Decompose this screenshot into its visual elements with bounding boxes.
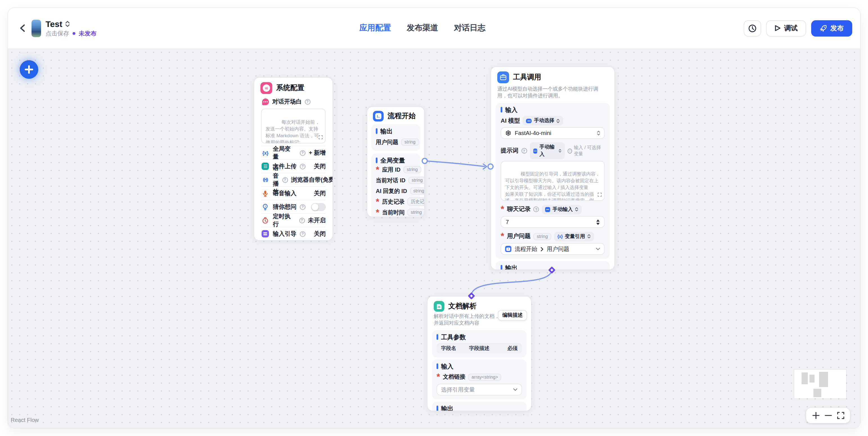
row-value: 关闭 bbox=[314, 189, 326, 197]
question-ref-select[interactable]: I 流程开始 用户问题 bbox=[501, 243, 605, 255]
save-hint[interactable]: 点击保存 bbox=[45, 30, 69, 37]
model-mode-selector[interactable]: 手动选择 bbox=[523, 116, 563, 126]
section-bar bbox=[437, 406, 438, 411]
expand-icon[interactable] bbox=[597, 192, 602, 199]
rename-chevrons-icon[interactable] bbox=[65, 21, 69, 27]
chevron-down-icon bbox=[596, 248, 600, 251]
history-mode-selector[interactable]: 手动输入 bbox=[542, 205, 582, 214]
microphone-icon bbox=[261, 189, 270, 197]
help-icon[interactable] bbox=[282, 177, 288, 183]
row-label: 猜你想问 bbox=[273, 203, 297, 211]
node-doc-parse[interactable]: 文档解析 解析对话中所有上传的文档，并返回对应文档内容 编辑描述 工具参数 字段… bbox=[427, 296, 532, 411]
help-icon[interactable] bbox=[305, 99, 310, 104]
history-number-input[interactable]: 7 bbox=[501, 216, 605, 228]
var-name: 当前时间 bbox=[382, 209, 404, 216]
minimap-node bbox=[802, 372, 808, 384]
row-label: 输入引导 bbox=[273, 230, 297, 238]
header-actions: 调试 发布 bbox=[744, 20, 852, 36]
question-mode-selector[interactable]: {x} 变量引用 bbox=[554, 232, 594, 241]
flow-start-mini-icon: I bbox=[505, 246, 512, 252]
flow-canvas[interactable]: Hi 系统配置 对话开场白 每次对话开始前，发送一个初始内容。支持标准 Mark… bbox=[8, 49, 860, 428]
debug-button[interactable]: 调试 bbox=[766, 20, 806, 36]
section-bar bbox=[501, 107, 502, 113]
node-flow-start[interactable]: I.. 流程开始 输出 用户问题 string 全局变量 *应用 IDstrin… bbox=[367, 106, 425, 217]
svg-text:?: ? bbox=[265, 205, 266, 208]
add-variable-button[interactable]: + 新增 bbox=[309, 149, 326, 157]
section-bar bbox=[437, 335, 438, 340]
suggested-questions-toggle[interactable] bbox=[311, 203, 326, 211]
help-icon[interactable] bbox=[299, 217, 305, 223]
ref-field-name: 用户问题 bbox=[547, 245, 569, 253]
prompt-mode-selector[interactable]: 手动输入 bbox=[530, 143, 565, 159]
ref-node-name: 流程开始 bbox=[515, 245, 537, 253]
help-icon[interactable] bbox=[300, 231, 306, 237]
minimap-node bbox=[819, 372, 828, 387]
publish-button[interactable]: 发布 bbox=[811, 20, 852, 36]
ai-model-label: AI 模型 bbox=[501, 117, 520, 125]
edit-description-button[interactable]: 编辑描述 bbox=[498, 310, 527, 321]
var-name: 当前对话 ID bbox=[376, 176, 406, 184]
workflow-editor: Test 点击保存 未发布 应用配置 发布渠道 对话日志 bbox=[0, 0, 868, 436]
col-required: 必须 bbox=[502, 345, 518, 352]
zoom-out-button[interactable] bbox=[825, 412, 832, 419]
required-mark: * bbox=[437, 372, 440, 382]
row-suggested-questions[interactable]: ? 猜你想问 bbox=[261, 200, 326, 213]
chevron-down-icon bbox=[513, 388, 518, 391]
opening-textarea[interactable]: 每次对话开始前，发送一个初始内容。支持标准 Markdown 语法，可使用的额外… bbox=[261, 108, 326, 144]
section-bar bbox=[376, 158, 377, 163]
help-icon[interactable] bbox=[300, 163, 306, 169]
required-mark: * bbox=[376, 164, 379, 175]
section-title: 输出 bbox=[505, 264, 518, 270]
row-voice-play[interactable]: ((•)) 语音播放 浏览器自带(免费) bbox=[261, 173, 326, 186]
number-stepper[interactable] bbox=[596, 219, 600, 225]
model-select[interactable]: FastAI-4o-mini bbox=[501, 127, 605, 139]
opening-placeholder: 每次对话开始前，发送一个初始内容。支持标准 Markdown 语法，可使用的额外… bbox=[266, 119, 320, 144]
type-badge: 历史记录 bbox=[407, 197, 425, 206]
voice-play-icon: ((•)) bbox=[261, 176, 270, 184]
expand-icon[interactable] bbox=[318, 134, 323, 141]
chevron-right-icon bbox=[540, 247, 544, 251]
minimap[interactable] bbox=[794, 370, 846, 398]
prompt-textarea[interactable]: 模型固定的引导词，通过调整该内容，可以引导模型聊天方向。该内容会被固定在上下文的… bbox=[501, 161, 605, 201]
model-value: FastAI-4o-mini bbox=[515, 130, 551, 136]
section-title: 输入 bbox=[505, 106, 518, 114]
node-title: 文档解析 bbox=[448, 302, 476, 311]
row-voice-input[interactable]: 语音输入 关闭 bbox=[261, 186, 326, 200]
help-icon[interactable] bbox=[300, 204, 306, 210]
fit-view-button[interactable] bbox=[837, 412, 844, 419]
node-tool-call[interactable]: 工具调用 通过AI模型自动选择一个或多个功能块进行调用，也可以对插件进行调用。 … bbox=[491, 66, 615, 270]
row-scheduled-run[interactable]: 定时执行 未开启 bbox=[261, 213, 326, 227]
row-value: 浏览器自带(免费) bbox=[291, 176, 333, 184]
edge-toolcall-to-docparse bbox=[471, 270, 552, 294]
row-global-vars[interactable]: {x} 全局变量 + 新增 bbox=[261, 146, 326, 159]
header-tabs: 应用配置 发布渠道 对话日志 bbox=[360, 8, 486, 49]
history-button[interactable] bbox=[744, 20, 761, 36]
section-title: 输出 bbox=[380, 127, 393, 135]
back-button[interactable] bbox=[17, 23, 27, 33]
file-upload-icon bbox=[261, 162, 270, 170]
row-input-guide[interactable]: 输入引导 关闭 bbox=[261, 227, 326, 240]
row-file-upload[interactable]: 文件上传 关闭 bbox=[261, 159, 326, 173]
add-node-button[interactable] bbox=[20, 60, 38, 79]
help-icon[interactable] bbox=[300, 150, 306, 156]
prompt-mode-label: 手动输入 bbox=[539, 144, 556, 158]
timer-icon bbox=[261, 216, 270, 224]
history-value: 7 bbox=[506, 219, 509, 225]
canvas-controls bbox=[806, 408, 850, 423]
variables-icon: {x} bbox=[261, 149, 270, 157]
tab-app-config[interactable]: 应用配置 bbox=[360, 23, 391, 33]
help-icon[interactable] bbox=[533, 207, 539, 212]
help-icon[interactable] bbox=[521, 148, 527, 154]
plus-icon bbox=[812, 412, 819, 419]
section-title: 输出 bbox=[441, 404, 454, 411]
rocket-icon bbox=[819, 25, 827, 32]
link-ref-select[interactable]: 选择引用变量 bbox=[437, 384, 522, 396]
publish-status: 未发布 bbox=[79, 30, 96, 37]
opening-label: 对话开场白 bbox=[272, 98, 302, 105]
app-avatar[interactable] bbox=[31, 20, 41, 37]
type-badge: string bbox=[407, 209, 425, 216]
node-system-config[interactable]: Hi 系统配置 对话开场白 每次对话开始前，发送一个初始内容。支持标准 Mark… bbox=[254, 77, 333, 241]
tab-publish-channels[interactable]: 发布渠道 bbox=[407, 23, 438, 33]
zoom-in-button[interactable] bbox=[812, 412, 819, 419]
tab-chat-logs[interactable]: 对话日志 bbox=[454, 23, 486, 33]
